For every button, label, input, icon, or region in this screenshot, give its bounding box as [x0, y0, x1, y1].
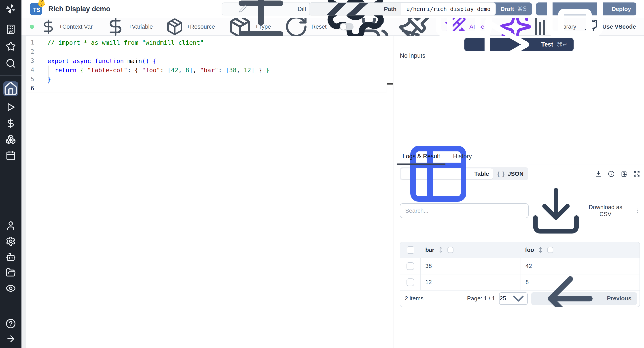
- download-csv-button[interactable]: Download as CSV: [528, 184, 625, 238]
- code-line: return { "table-col": { "foo": [42, 8], …: [48, 66, 384, 75]
- add-context-var-button[interactable]: +Context Var: [41, 19, 92, 34]
- search-icon: [6, 58, 16, 68]
- more-options-button[interactable]: [634, 207, 640, 214]
- download-result-button[interactable]: [595, 170, 602, 177]
- toggle-knob: [340, 24, 346, 30]
- add-variable-button[interactable]: +Variable: [106, 16, 153, 36]
- sidebar-item-star[interactable]: [6, 41, 16, 52]
- previous-page-button[interactable]: Previous: [531, 292, 637, 305]
- typescript-badge: TS 👶: [30, 3, 42, 15]
- sidebar-item-help-circle[interactable]: [6, 318, 16, 329]
- column-header-foo: foo: [525, 246, 534, 254]
- sidebar-divider: [0, 75, 22, 76]
- sidebar-top-group: [6, 24, 16, 68]
- page-size-select[interactable]: 25: [499, 292, 528, 305]
- sidebar-item-user[interactable]: [6, 220, 16, 231]
- column-header-bar: bar: [425, 246, 434, 254]
- sidebar-item-eye[interactable]: [6, 283, 16, 294]
- expand-icon: [634, 171, 640, 177]
- search-input[interactable]: [400, 203, 528, 218]
- overview-ruler-cursor: [387, 83, 393, 84]
- building-icon: [6, 24, 16, 34]
- star-icon: [6, 41, 16, 52]
- download-icon: [528, 184, 584, 238]
- help-circle-icon: [6, 318, 16, 329]
- table-cell: 38: [421, 258, 520, 274]
- sidebar: [0, 0, 22, 348]
- download-icon: [595, 171, 602, 177]
- select-all-checkbox[interactable]: [407, 246, 414, 254]
- page-title: Rich Display demo: [48, 5, 110, 13]
- no-inputs-text: No inputs: [400, 52, 425, 59]
- pencil-icon: [239, 5, 247, 13]
- test-button[interactable]: Test ⌘↵: [464, 38, 574, 51]
- arrow-left-icon: [537, 265, 604, 307]
- view-toggle: Table { } JSON: [400, 167, 528, 180]
- add-resource-button[interactable]: +Resource: [166, 18, 215, 36]
- sidebar-item-home[interactable]: [3, 82, 18, 96]
- sort-icon[interactable]: [538, 247, 544, 253]
- multiplayer-toggle[interactable]: [340, 23, 354, 30]
- sidebar-item-bot[interactable]: [6, 252, 16, 262]
- play-icon: [470, 11, 538, 78]
- run-panel: Test ⌘↵ No inputs Logs & Result History: [394, 36, 644, 348]
- info-result-button[interactable]: [608, 170, 614, 177]
- play-icon: [6, 102, 16, 112]
- sort-icon[interactable]: [438, 247, 444, 253]
- edit-title-button[interactable]: [239, 5, 247, 13]
- json-view-button[interactable]: { } JSON: [494, 168, 527, 179]
- table-footer: 2 items Page: 1 / 1 25 Previous: [400, 290, 640, 306]
- expand-result-button[interactable]: [633, 170, 640, 177]
- editor-gutter-strip: [22, 36, 26, 348]
- result-body: Table { } JSON: [394, 165, 644, 307]
- line-number: 1: [26, 38, 34, 47]
- main-column: TS 👶 Rich Display demo Path u/henri/rich…: [22, 0, 644, 348]
- result-area: Logs & Result History Table { }: [394, 148, 644, 348]
- diff-button[interactable]: Diff: [222, 2, 312, 16]
- arrow-right-icon: [6, 334, 16, 344]
- row-checkbox[interactable]: [406, 262, 414, 270]
- clipboard-copy-result-button[interactable]: [620, 170, 627, 177]
- column-option-box[interactable]: [448, 247, 454, 253]
- baby-emoji-badge: 👶: [37, 0, 46, 6]
- sidebar-main-group: [3, 82, 18, 160]
- folder-open-icon: [6, 268, 16, 278]
- code-line: // import * as wmill from "windmill-clie…: [48, 38, 384, 47]
- deploy-button[interactable]: Deploy: [536, 2, 636, 16]
- sidebar-item-settings[interactable]: [6, 236, 16, 246]
- sidebar-item-play[interactable]: [6, 102, 16, 112]
- code-line: export async function main() {: [48, 56, 384, 66]
- calendar-icon: [6, 150, 16, 160]
- tab-logs-result[interactable]: Logs & Result: [397, 148, 446, 164]
- boxes-icon: [6, 134, 16, 144]
- path-label: Path: [384, 6, 396, 12]
- code-lines: // import * as wmill from "windmill-clie…: [48, 38, 384, 93]
- topbar: TS 👶 Rich Display demo Path u/henri/rich…: [22, 0, 644, 18]
- code-editor[interactable]: 123456 // import * as wmill from "windmi…: [22, 36, 394, 348]
- tab-history[interactable]: History: [448, 148, 477, 164]
- table-view-button[interactable]: Table: [401, 168, 493, 179]
- result-actions: [595, 170, 640, 177]
- line-number: 5: [26, 75, 34, 84]
- chevron-down-icon: [510, 290, 527, 307]
- user-icon: [6, 220, 16, 231]
- sidebar-item-dollar-sign[interactable]: [6, 118, 16, 128]
- package-icon: [166, 18, 184, 36]
- sidebar-item-boxes[interactable]: [6, 134, 16, 144]
- path-button[interactable]: Path u/henri/rich_display_demo: [309, 2, 496, 16]
- column-option-box[interactable]: [547, 247, 553, 253]
- sidebar-item-folder-open[interactable]: [6, 268, 16, 278]
- sidebar-item-arrow-right[interactable]: [6, 334, 16, 344]
- sidebar-item-calendar[interactable]: [6, 150, 16, 160]
- ellipsis-vertical-icon: [634, 208, 640, 214]
- code-line: [48, 84, 384, 93]
- info-icon: [608, 171, 614, 177]
- sidebar-admin-group: [6, 220, 16, 294]
- bot-icon: [6, 252, 16, 262]
- row-checkbox[interactable]: [406, 278, 414, 286]
- line-number: 2: [26, 47, 34, 56]
- line-number: 4: [26, 66, 34, 75]
- home-icon: [3, 82, 18, 96]
- sidebar-item-building[interactable]: [6, 24, 16, 34]
- sidebar-item-search[interactable]: [6, 58, 16, 68]
